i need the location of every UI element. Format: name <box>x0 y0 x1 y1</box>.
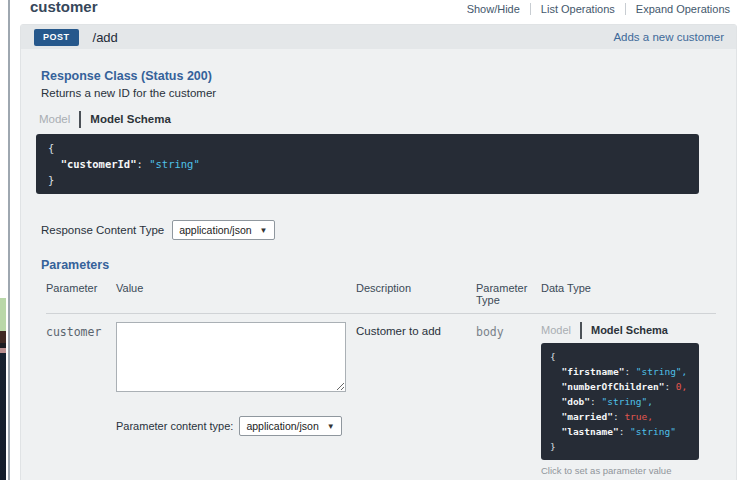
parameters-table-header: Parameter Value Description Parameter Ty… <box>46 282 716 314</box>
resource-actions: Show/Hide List Operations Expand Operati… <box>457 3 730 15</box>
operation-content: Response Class (Status 200) Returns a ne… <box>21 49 736 480</box>
parameter-type: body <box>476 322 541 476</box>
parameters-heading: Parameters <box>41 258 736 272</box>
operation-summary[interactable]: Adds a new customer <box>613 31 724 43</box>
col-data-type: Data Type <box>541 282 701 306</box>
parameter-value-cell: Parameter content type: application/json… <box>116 322 356 476</box>
tab-model-schema[interactable]: Model Schema <box>79 111 180 128</box>
tab-model-schema[interactable]: Model Schema <box>580 322 677 339</box>
tab-model[interactable]: Model <box>39 111 79 128</box>
parameters-table: Parameter Value Description Parameter Ty… <box>46 282 716 476</box>
col-parameter: Parameter <box>46 282 116 306</box>
response-class-description: Returns a new ID for the customer <box>41 87 736 99</box>
response-class-heading: Response Class (Status 200) <box>41 69 736 83</box>
data-type-schema-tabs: Model Model Schema <box>541 322 701 339</box>
dropdown-arrow-icon: ▼ <box>327 422 335 431</box>
parameter-description: Customer to add <box>356 322 476 476</box>
resource-header: customer Show/Hide List Operations Expan… <box>10 0 740 22</box>
operation-header[interactable]: POST /add Adds a new customer <box>21 25 736 49</box>
parameter-row: customer Parameter content type: applica… <box>46 314 716 476</box>
response-content-type-label: Response Content Type <box>41 224 164 236</box>
list-operations-link[interactable]: List Operations <box>530 3 625 15</box>
operation-path[interactable]: /add <box>93 30 118 45</box>
schema-click-hint[interactable]: Click to set as parameter value <box>541 465 701 476</box>
dropdown-arrow-icon: ▼ <box>260 226 268 235</box>
col-parameter-type: Parameter Type <box>476 282 541 306</box>
expand-operations-link[interactable]: Expand Operations <box>625 3 730 15</box>
parameter-name: customer <box>46 322 116 476</box>
response-schema-code: { "customerId": "string"} <box>36 134 699 194</box>
response-content-type-select[interactable]: application/json ▼ <box>172 220 274 240</box>
parameter-schema-code[interactable]: { "firstname": "string", "numberOfChildr… <box>541 343 699 460</box>
response-content-type-row: Response Content Type application/json ▼ <box>41 220 736 240</box>
show-hide-link[interactable]: Show/Hide <box>457 3 530 15</box>
response-content-type-value: application/json <box>179 224 251 236</box>
response-schema-tabs: Model Model Schema <box>39 111 736 128</box>
parameter-content-type-select[interactable]: application/json ▼ <box>239 416 341 436</box>
left-edge-artifact <box>0 0 6 480</box>
parameter-content-type-value: application/json <box>246 420 318 432</box>
operation-panel: POST /add Adds a new customer Response C… <box>20 24 737 480</box>
col-description: Description <box>356 282 476 306</box>
data-type-cell: Model Model Schema { "firstname": "strin… <box>541 322 701 476</box>
http-method-badge[interactable]: POST <box>34 29 79 46</box>
parameter-value-textarea[interactable] <box>116 322 346 392</box>
tab-model[interactable]: Model <box>541 322 580 339</box>
parameter-content-type-label: Parameter content type: <box>116 420 233 432</box>
swagger-page: customer Show/Hide List Operations Expan… <box>10 0 740 480</box>
parameter-content-type-row: Parameter content type: application/json… <box>116 416 356 436</box>
col-value: Value <box>116 282 356 306</box>
page-title: customer <box>30 0 98 16</box>
